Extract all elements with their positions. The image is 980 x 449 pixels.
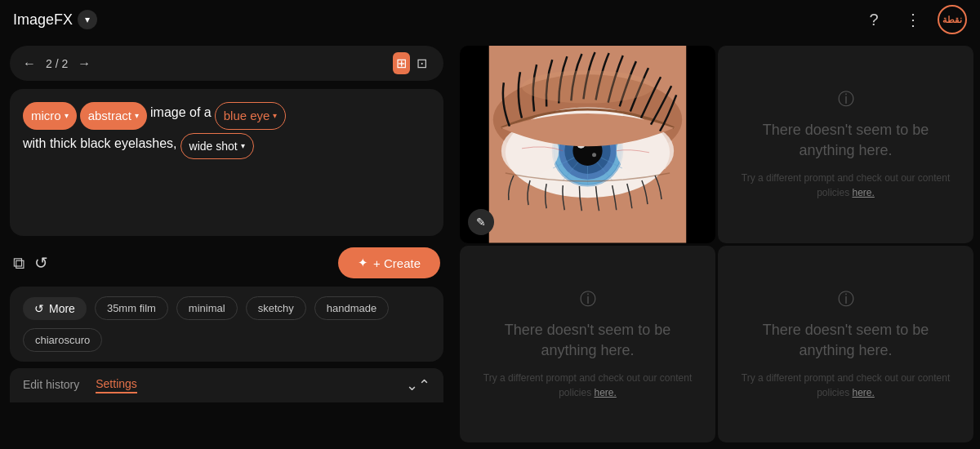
pagination-bar: ← 2 / 2 → ⊞ ⊡	[10, 46, 443, 81]
split-icon: ⊡	[416, 56, 427, 71]
prompt-area[interactable]: micro ▾ abstract ▾ image of a blue eye ▾…	[10, 89, 443, 236]
style-chip-label: 35mm film	[107, 302, 156, 314]
edit-overlay-button[interactable]: ✎	[468, 209, 494, 235]
more-menu-button[interactable]: ⋮	[898, 5, 928, 34]
create-button[interactable]: ✦ + Create	[338, 247, 440, 278]
style-chip-minimal[interactable]: minimal	[176, 296, 238, 320]
split-view-button[interactable]: ⊡	[413, 52, 430, 74]
empty-title-4: There doesn't seem to be anything here.	[734, 320, 957, 361]
style-chip-label: handmade	[327, 302, 376, 314]
chevron-icon: ▾	[273, 109, 277, 122]
copy-button[interactable]: ⧉	[13, 253, 24, 273]
chevron-icon: ▾	[135, 109, 139, 122]
refresh-icon: ↺	[34, 253, 48, 273]
grid-icon: ⊞	[396, 56, 407, 71]
content-policy-link-2[interactable]: here.	[853, 187, 875, 198]
arrow-left-icon: ←	[23, 56, 36, 71]
style-chip-handmade[interactable]: handmade	[314, 296, 389, 320]
create-label: + Create	[373, 256, 421, 270]
chevron-down-icon: ▾	[85, 14, 90, 25]
expand-icon: ⌄⌃	[406, 377, 430, 393]
next-page-button[interactable]: →	[78, 56, 91, 71]
style-chip-chiaroscuro[interactable]: chiaroscuro	[23, 328, 102, 352]
image-cell-4: ⓘ There doesn't seem to be anything here…	[718, 246, 973, 443]
empty-desc-4: Try a different prompt and check out our…	[734, 371, 957, 400]
main-content: ← 2 / 2 → ⊞ ⊡ micro ▾ abstract ▾ image o…	[0, 39, 980, 449]
app-dropdown-button[interactable]: ▾	[78, 10, 97, 29]
pagination-controls: ← 2 / 2 →	[23, 56, 91, 71]
app-title: ImageFX	[13, 11, 73, 29]
eye-illustration	[460, 46, 715, 243]
style-chip-label: minimal	[189, 302, 225, 314]
image-cell-2: ⓘ There doesn't seem to be anything here…	[718, 46, 973, 243]
top-nav-actions: ? ⋮ نقطة	[859, 5, 967, 34]
chip-blue-eye[interactable]: blue eye ▾	[215, 102, 287, 130]
more-label: More	[49, 302, 75, 315]
prompt-text-1: image of a	[150, 102, 212, 130]
tab-settings-label: Settings	[96, 377, 137, 390]
app-logo-area: ImageFX ▾	[13, 10, 97, 29]
tab-settings[interactable]: Settings	[96, 377, 137, 393]
image-cell-3: ⓘ There doesn't seem to be anything here…	[460, 246, 715, 443]
help-button[interactable]: ?	[859, 5, 889, 34]
left-panel: ← 2 / 2 → ⊞ ⊡ micro ▾ abstract ▾ image o…	[0, 39, 453, 449]
arrow-right-icon: →	[78, 56, 91, 71]
chevron-icon: ▾	[65, 109, 69, 122]
chevron-icon: ▾	[241, 140, 245, 153]
svg-point-18	[522, 70, 653, 103]
more-vertical-icon: ⋮	[905, 10, 921, 29]
image-cell-1: ✎	[460, 46, 715, 243]
nqta-badge[interactable]: نقطة	[938, 5, 967, 34]
refresh-button[interactable]: ↺	[34, 253, 48, 273]
chip-wide-shot[interactable]: wide shot ▾	[180, 133, 254, 159]
style-chip-sketchy[interactable]: sketchy	[246, 296, 306, 320]
style-chip-35mm[interactable]: 35mm film	[95, 296, 168, 320]
empty-desc-2: Try a different prompt and check out our…	[734, 171, 957, 200]
chip-abstract[interactable]: abstract ▾	[80, 102, 147, 130]
plus-icon: ✦	[358, 256, 368, 270]
refresh-small-icon: ↺	[34, 302, 44, 315]
style-chip-label: chiaroscuro	[35, 334, 90, 346]
prev-page-button[interactable]: ←	[23, 56, 36, 71]
svg-point-14	[592, 153, 596, 157]
image-grid: ✎ ⓘ There doesn't seem to be anything he…	[453, 39, 980, 449]
help-icon: ?	[869, 11, 878, 29]
bottom-bar: Edit history Settings ⌄⌃	[10, 368, 443, 402]
style-chips-container: ↺ More 35mm film minimal sketchy handmad…	[10, 287, 443, 362]
content-policy-link-3[interactable]: here.	[595, 387, 617, 398]
style-chip-label: sketchy	[258, 302, 294, 314]
nqta-label: نقطة	[942, 15, 962, 25]
copy-icon: ⧉	[13, 254, 24, 273]
chip-micro[interactable]: micro ▾	[23, 102, 77, 130]
view-toggle: ⊞ ⊡	[393, 52, 430, 74]
content-policy-link-4[interactable]: here.	[853, 387, 875, 398]
grid-view-button[interactable]: ⊞	[393, 52, 410, 74]
action-icons: ⧉ ↺	[13, 253, 48, 273]
action-row: ⧉ ↺ ✦ + Create	[10, 244, 443, 287]
top-nav: ImageFX ▾ ? ⋮ نقطة	[0, 0, 980, 39]
prompt-text-2: with thick black eyelashes,	[23, 133, 177, 159]
more-styles-button[interactable]: ↺ More	[23, 297, 87, 320]
tab-edit-history[interactable]: Edit history	[23, 377, 79, 393]
info-icon: ⓘ	[838, 288, 854, 310]
empty-desc-3: Try a different prompt and check out our…	[476, 371, 699, 400]
edit-icon: ✎	[476, 216, 486, 229]
bottom-tabs: Edit history Settings	[23, 377, 137, 393]
tab-history-label: Edit history	[23, 378, 79, 391]
info-icon: ⓘ	[838, 88, 854, 110]
info-icon: ⓘ	[580, 288, 596, 310]
empty-title-2: There doesn't seem to be anything here.	[734, 120, 957, 161]
empty-title-3: There doesn't seem to be anything here.	[476, 320, 699, 361]
page-indicator: 2 / 2	[46, 57, 68, 70]
expand-button[interactable]: ⌄⌃	[406, 376, 430, 394]
